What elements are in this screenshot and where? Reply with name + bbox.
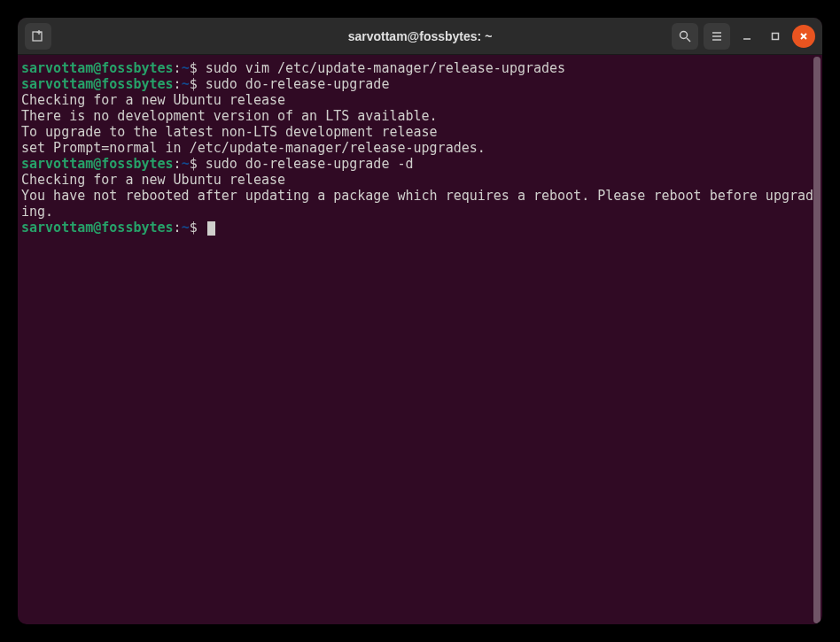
window-title: sarvottam@fossbytes: ~ (348, 29, 493, 43)
output-text: To upgrade to the latest non-LTS develop… (21, 124, 446, 140)
minimize-button[interactable] (735, 25, 758, 48)
search-button[interactable] (672, 23, 698, 50)
new-tab-button[interactable] (25, 23, 51, 50)
svg-line-4 (687, 38, 690, 42)
terminal-line: set Prompt=normal in /etc/update-manager… (21, 140, 819, 156)
command-text: sudo do-release-upgrade -d (206, 156, 414, 172)
search-icon (678, 29, 692, 43)
terminal-window: sarvottam@fossbytes: ~ sarvottam@fossbyt… (18, 18, 822, 624)
terminal-line: Checking for a new Ubuntu release (21, 92, 819, 108)
terminal-line: You have not rebooted after updating a p… (21, 188, 819, 220)
titlebar-left-group (25, 23, 51, 50)
terminal-line: To upgrade to the latest non-LTS develop… (21, 124, 819, 140)
maximize-icon (770, 31, 781, 42)
prompt-user-host: sarvottam@fossbytes (21, 220, 174, 236)
prompt-path: ~ (182, 76, 190, 92)
prompt-separator: : (174, 156, 182, 172)
close-icon (798, 31, 809, 42)
prompt-user-host: sarvottam@fossbytes (21, 76, 174, 92)
new-tab-icon (31, 29, 45, 43)
prompt-path: ~ (182, 220, 190, 236)
titlebar-right-group (672, 23, 815, 50)
titlebar: sarvottam@fossbytes: ~ (18, 18, 822, 55)
output-text: set Prompt=normal in /etc/update-manager… (21, 140, 486, 156)
minimize-icon (742, 31, 752, 42)
prompt-user-host: sarvottam@fossbytes (21, 156, 174, 172)
command-text: sudo do-release-upgrade (206, 76, 390, 92)
prompt-user-host: sarvottam@fossbytes (21, 60, 174, 76)
prompt-symbol: $ (190, 60, 206, 76)
terminal-output-area[interactable]: sarvottam@fossbytes:~$ sudo vim /etc/upd… (18, 55, 822, 624)
prompt-separator: : (174, 76, 182, 92)
prompt-path: ~ (182, 60, 190, 76)
command-text: sudo vim /etc/update-manager/release-upg… (206, 60, 565, 76)
menu-button[interactable] (704, 23, 730, 50)
maximize-button[interactable] (764, 25, 787, 48)
output-text: You have not rebooted after updating a p… (21, 188, 813, 220)
svg-point-3 (681, 31, 688, 38)
prompt-symbol: $ (190, 76, 206, 92)
terminal-line: sarvottam@fossbytes:~$ (21, 220, 819, 236)
svg-rect-0 (33, 32, 42, 41)
prompt-separator: : (174, 60, 182, 76)
output-text: Checking for a new Ubuntu release (21, 92, 285, 108)
terminal-line: sarvottam@fossbytes:~$ sudo do-release-u… (21, 76, 819, 92)
terminal-line: Checking for a new Ubuntu release (21, 172, 819, 188)
prompt-separator: : (174, 220, 182, 236)
prompt-symbol: $ (190, 156, 206, 172)
svg-rect-9 (773, 33, 779, 39)
terminal-line: sarvottam@fossbytes:~$ sudo do-release-u… (21, 156, 819, 172)
cursor (207, 221, 215, 236)
output-text: Checking for a new Ubuntu release (21, 172, 285, 188)
terminal-line: sarvottam@fossbytes:~$ sudo vim /etc/upd… (21, 60, 819, 76)
terminal-line: There is no development version of an LT… (21, 108, 819, 124)
output-text: There is no development version of an LT… (21, 108, 438, 124)
close-button[interactable] (792, 25, 815, 48)
hamburger-icon (710, 29, 724, 43)
prompt-path: ~ (182, 156, 190, 172)
scrollbar[interactable] (813, 57, 821, 623)
scrollbar-thumb[interactable] (813, 57, 821, 623)
prompt-symbol: $ (190, 220, 206, 236)
